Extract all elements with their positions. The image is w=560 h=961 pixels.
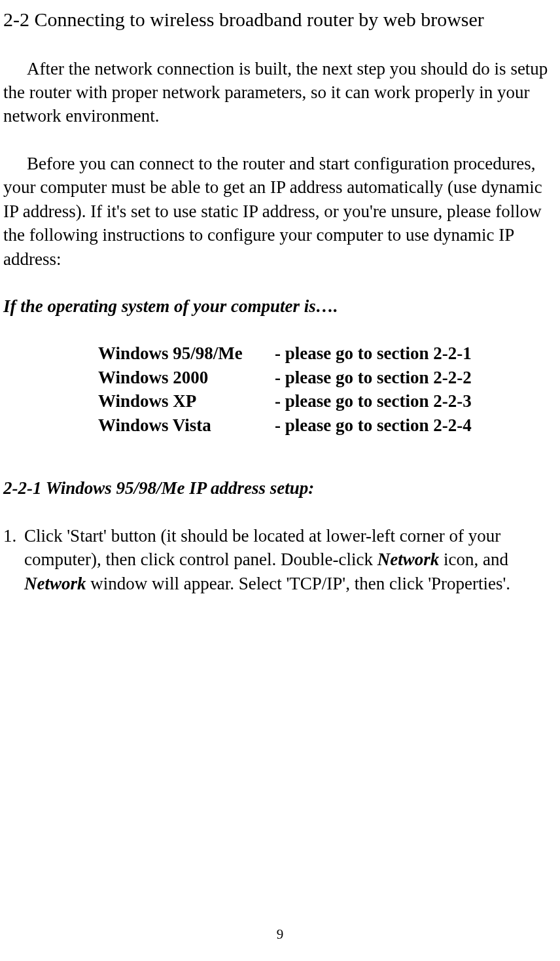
os-section: - please go to section 2-2-4 [275, 413, 557, 437]
os-section: - please go to section 2-2-1 [275, 341, 557, 365]
step-text-mid: icon, and [439, 550, 508, 569]
os-name: Windows 2000 [98, 366, 275, 389]
os-name: Windows 95/98/Me [98, 341, 275, 365]
paragraph-1: After the network connection is built, t… [3, 57, 557, 128]
subsection-title: 2-2-1 Windows 95/98/Me IP address setup: [3, 476, 557, 500]
os-name: Windows XP [98, 389, 275, 413]
os-section: - please go to section 2-2-3 [275, 389, 557, 413]
os-row: Windows 95/98/Me - please go to section … [98, 341, 557, 365]
os-prompt: If the operating system of your computer… [3, 294, 557, 318]
page-number: 9 [0, 926, 560, 943]
os-row: Windows 2000 - please go to section 2-2-… [98, 366, 557, 389]
os-table: Windows 95/98/Me - please go to section … [98, 341, 557, 437]
step-number: 1. [3, 524, 24, 548]
os-name: Windows Vista [98, 413, 275, 437]
step-em-2: Network [24, 574, 86, 593]
step-1: 1. Click 'Start' button (it should be lo… [3, 524, 557, 595]
os-row: Windows XP - please go to section 2-2-3 [98, 389, 557, 413]
section-title: 2-2 Connecting to wireless broadband rou… [3, 7, 557, 33]
os-row: Windows Vista - please go to section 2-2… [98, 413, 557, 437]
step-text-post: window will appear. Select 'TCP/IP', the… [86, 574, 511, 593]
os-section: - please go to section 2-2-2 [275, 366, 557, 389]
paragraph-2: Before you can connect to the router and… [3, 152, 557, 271]
step-text: Click 'Start' button (it should be locat… [24, 524, 557, 595]
step-em-1: Network [377, 550, 440, 569]
